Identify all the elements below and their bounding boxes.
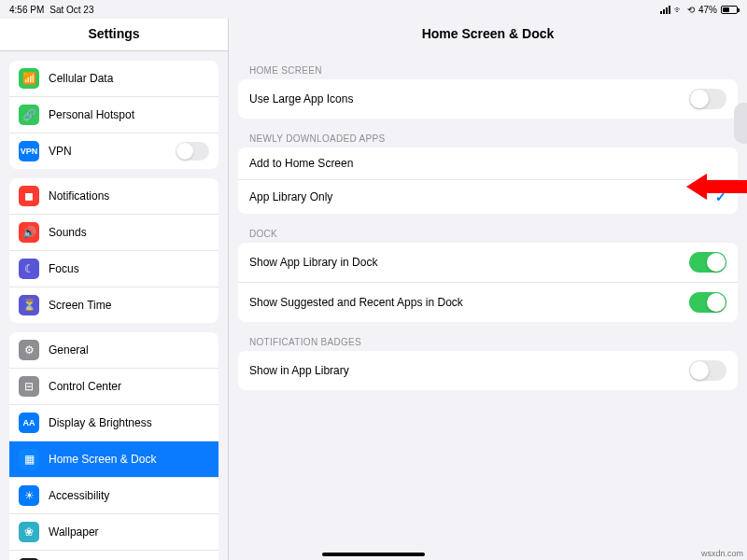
sidebar-item-notifications[interactable]: ◼Notifications	[9, 178, 218, 214]
sidebar-group-alerts: ◼Notifications🔊Sounds☾Focus⏳Screen Time	[9, 178, 218, 323]
setting-row-add-to-home-screen[interactable]: Add to Home Screen	[238, 147, 738, 179]
section-header-newly-downloaded: Newly Downloaded Apps	[229, 119, 747, 147]
sidebar-item-label: Focus	[49, 262, 209, 275]
sidebar-title: Settings	[0, 19, 228, 51]
panel-badges: Show in App Library	[238, 351, 738, 390]
sidebar-item-label: Notifications	[49, 189, 209, 203]
sidebar-item-label: Personal Hotspot	[49, 108, 209, 121]
toggle[interactable]	[689, 252, 726, 273]
notifications-icon: ◼	[19, 186, 39, 206]
setting-label: Show Suggested and Recent Apps in Dock	[249, 296, 689, 309]
annotation-arrow	[686, 174, 747, 200]
sidebar-item-focus[interactable]: ☾Focus	[9, 250, 218, 287]
screen-time-icon: ⏳	[19, 295, 39, 315]
sidebar-item-label: Home Screen & Dock	[49, 453, 209, 466]
battery-icon	[721, 6, 738, 14]
panel-home-screen: Use Large App Icons	[238, 79, 738, 119]
cellular-data-icon: 📶	[19, 68, 39, 89]
sidebar-group-general: ⚙General⊟Control CenterAADisplay & Brigh…	[9, 332, 218, 560]
sidebar-item-label: Wallpaper	[49, 525, 209, 539]
setting-label: Add to Home Screen	[249, 157, 726, 170]
setting-label: App Library Only	[249, 190, 715, 203]
sidebar-item-sounds[interactable]: 🔊Sounds	[9, 214, 218, 250]
accessibility-icon: ☀	[19, 485, 39, 506]
sidebar-item-label: Control Center	[49, 380, 209, 393]
section-header-home-screen: Home Screen	[229, 50, 747, 79]
vpn-toggle[interactable]	[176, 142, 209, 161]
sidebar-item-vpn[interactable]: VPNVPN	[9, 133, 218, 169]
status-right: ᯤ ⟲ 47%	[660, 5, 738, 15]
signal-icon	[660, 6, 670, 14]
sidebar-item-display-brightness[interactable]: AADisplay & Brightness	[9, 404, 218, 441]
side-pull-tab[interactable]	[734, 103, 747, 144]
status-bar: 4:56 PM Sat Oct 23 ᯤ ⟲ 47%	[0, 0, 747, 19]
wifi-icon: ᯤ	[674, 5, 684, 15]
setting-row-app-library-only[interactable]: App Library Only✓	[238, 179, 738, 214]
sidebar-item-accessibility[interactable]: ☀Accessibility	[9, 477, 218, 513]
vpn-icon: VPN	[19, 141, 39, 161]
personal-hotspot-icon: 🔗	[19, 105, 39, 125]
sidebar: Settings 📶Cellular Data🔗Personal Hotspot…	[0, 19, 229, 560]
setting-label: Show in App Library	[249, 364, 689, 377]
sidebar-item-home-screen-dock[interactable]: ▦Home Screen & Dock	[9, 441, 218, 477]
setting-row-show-in-app-library[interactable]: Show in App Library	[238, 351, 738, 390]
status-time: 4:56 PM	[9, 5, 44, 15]
main-title: Home Screen & Dock	[229, 19, 747, 50]
sidebar-item-cellular-data[interactable]: 📶Cellular Data	[9, 61, 218, 96]
sidebar-item-control-center[interactable]: ⊟Control Center	[9, 368, 218, 404]
setting-row-show-app-library-in-dock[interactable]: Show App Library in Dock	[238, 243, 738, 282]
display-brightness-icon: AA	[19, 413, 39, 433]
setting-label: Use Large App Icons	[249, 92, 689, 105]
setting-row-show-suggested-and-recent-apps-in-dock[interactable]: Show Suggested and Recent Apps in Dock	[238, 282, 738, 322]
home-indicator[interactable]	[322, 553, 425, 556]
sounds-icon: 🔊	[19, 222, 39, 243]
sidebar-item-wallpaper[interactable]: ❀Wallpaper	[9, 513, 218, 550]
home-screen-dock-icon: ▦	[19, 449, 39, 469]
general-icon: ⚙	[19, 340, 39, 360]
section-header-dock: Dock	[229, 214, 747, 243]
toggle[interactable]	[689, 292, 726, 313]
toggle[interactable]	[689, 89, 726, 109]
sidebar-item-general[interactable]: ⚙General	[9, 332, 218, 368]
toggle[interactable]	[689, 360, 726, 381]
watermark: wsxdn.com	[701, 549, 743, 558]
sidebar-item-label: Display & Brightness	[49, 416, 209, 429]
status-date: Sat Oct 23	[49, 5, 93, 15]
main-panel: Home Screen & Dock Home Screen Use Large…	[229, 19, 747, 560]
battery-percent: 47%	[698, 5, 717, 15]
control-center-icon: ⊟	[19, 376, 39, 397]
sidebar-item-label: Cellular Data	[49, 72, 209, 85]
sidebar-item-label: General	[49, 343, 209, 357]
panel-newly-downloaded: Add to Home ScreenApp Library Only✓	[238, 147, 738, 214]
sidebar-item-label: Accessibility	[49, 489, 209, 502]
wallpaper-icon: ❀	[19, 522, 39, 542]
sidebar-item-personal-hotspot[interactable]: 🔗Personal Hotspot	[9, 96, 218, 133]
sidebar-item-siri-search[interactable]: ●Siri & Search	[9, 550, 218, 560]
sidebar-item-label: Sounds	[49, 226, 209, 239]
panel-dock: Show App Library in DockShow Suggested a…	[238, 243, 738, 322]
setting-row-use-large-app-icons[interactable]: Use Large App Icons	[238, 79, 738, 119]
sidebar-group-network: 📶Cellular Data🔗Personal HotspotVPNVPN	[9, 61, 218, 169]
sidebar-item-label: VPN	[49, 145, 176, 158]
sidebar-item-screen-time[interactable]: ⏳Screen Time	[9, 287, 218, 323]
sidebar-item-label: Screen Time	[49, 299, 209, 312]
section-header-badges: Notification Badges	[229, 322, 747, 351]
setting-label: Show App Library in Dock	[249, 256, 689, 269]
focus-icon: ☾	[19, 259, 39, 279]
orientation-lock-icon: ⟲	[687, 5, 695, 15]
